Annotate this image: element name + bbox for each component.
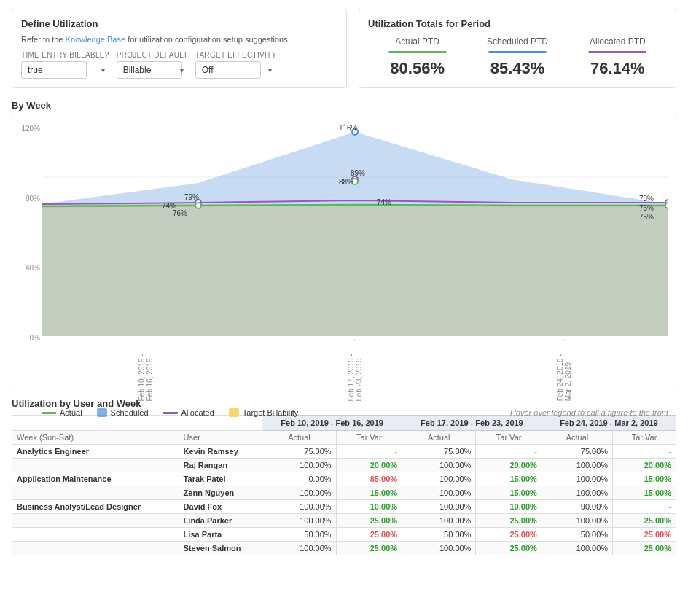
cell-w3-tarvar: 15.00%	[613, 486, 676, 500]
cell-w2-actual: 100.00%	[402, 514, 476, 528]
cell-user: Steven Salmon	[179, 542, 262, 555]
cell-w3-tarvar: 25.00%	[613, 528, 676, 542]
cell-w2-tarvar: 10.00%	[476, 500, 542, 514]
cell-w1-actual: 100.00%	[262, 500, 336, 514]
allocated-ptd-item: Allocated PTD 76.14%	[588, 36, 646, 78]
cell-w1-actual: 100.00%	[262, 486, 336, 500]
totals-grid: Actual PTD 80.56% Scheduled PTD 85.43% A…	[368, 36, 667, 78]
x-label-2: Feb 17, 2019 - Feb 23, 2019	[347, 339, 363, 401]
time-entry-label: TIME ENTRY BILLABLE?	[21, 51, 109, 59]
legend-hint: Hover over legend to call a figure to th…	[510, 408, 668, 417]
utilization-totals-panel: Utilization Totals for Period Actual PTD…	[359, 9, 676, 88]
cell-w2-actual: 100.00%	[402, 486, 476, 500]
chart-label-w1-act: 76%	[173, 209, 187, 217]
scheduled-ptd-value: 85.43%	[487, 59, 548, 78]
col-user-header: User	[179, 431, 262, 445]
time-entry-select[interactable]: true	[21, 61, 87, 79]
scheduled-ptd-item: Scheduled PTD 85.43%	[487, 36, 548, 78]
actual-dot-3	[665, 203, 668, 208]
chart-label-w2-alloc: 89%	[351, 169, 365, 177]
util-note: Refer to the Knowledge Base for utilizat…	[21, 35, 337, 44]
cell-w3-actual: 100.00%	[542, 514, 612, 528]
cell-role	[12, 528, 179, 542]
cell-user: Linda Parker	[179, 514, 262, 528]
table-row: Raj Rangan 100.00% 20.00% 100.00% 20.00%…	[12, 459, 676, 472]
project-default-label: PROJECT DEFAULT	[117, 51, 188, 59]
cell-w2-actual: 100.00%	[402, 500, 476, 514]
col-w3-tarvar-header: Tar Var	[613, 431, 676, 445]
legend-allocated[interactable]: Allocated	[163, 408, 214, 417]
cell-w3-actual: 100.00%	[542, 459, 612, 472]
table-row: Business Analyst/Lead Designer David Fox…	[12, 500, 676, 514]
cell-w3-tarvar: 15.00%	[613, 472, 676, 486]
cell-w3-actual: 100.00%	[542, 542, 612, 555]
table-row: Application Maintenance Tarak Patel 0.00…	[12, 472, 676, 486]
cell-w2-tarvar: -	[476, 445, 542, 459]
by-week-title: By Week	[12, 100, 676, 111]
legend-allocated-line	[163, 412, 178, 414]
cell-w1-tarvar: 20.00%	[336, 459, 402, 472]
cell-w2-actual: 50.00%	[402, 528, 476, 542]
cell-w1-actual: 100.00%	[262, 514, 336, 528]
cell-role	[12, 459, 179, 472]
chart-label-w3-3: 75%	[639, 213, 654, 221]
cell-w1-actual: 0.00%	[262, 472, 336, 486]
cell-role	[12, 514, 179, 528]
legend-target[interactable]: Target Billability	[229, 408, 298, 417]
legend-scheduled-box	[97, 408, 107, 417]
chart-label-w2-act: 88%	[339, 178, 353, 186]
chart-svg: 76% 74% 79% 116% 89% 88% 74% 78% 75% 75%	[42, 125, 668, 336]
cell-role: Analytics Engineer	[12, 445, 179, 459]
target-effectivity-group: TARGET EFFECTIVITY Off	[195, 51, 277, 79]
target-effectivity-label: TARGET EFFECTIVITY	[195, 51, 277, 59]
chart-container: 120% 80% 40% 0%	[12, 117, 676, 386]
utilization-table: Feb 10, 2019 - Feb 16, 2019 Feb 17, 2019…	[12, 415, 676, 555]
time-entry-select-wrap[interactable]: true	[21, 61, 109, 79]
legend-actual[interactable]: Actual	[42, 408, 82, 417]
cell-w2-tarvar: 15.00%	[476, 472, 542, 486]
project-default-select[interactable]: Billable	[117, 61, 182, 79]
knowledge-base-link[interactable]: Knowledge Base	[66, 35, 126, 44]
cell-w3-actual: 50.00%	[542, 528, 612, 542]
scheduled-area	[42, 132, 668, 336]
cell-w2-tarvar: 25.00%	[476, 542, 542, 555]
cell-user: Raj Rangan	[179, 459, 262, 472]
legend-scheduled[interactable]: Scheduled	[97, 408, 149, 417]
cell-w2-tarvar: 15.00%	[476, 486, 542, 500]
target-effectivity-select-wrap[interactable]: Off	[195, 61, 277, 79]
cell-w1-tarvar: 25.00%	[336, 542, 402, 555]
cell-w2-tarvar: 25.00%	[476, 514, 542, 528]
target-effectivity-select[interactable]: Off	[195, 61, 261, 79]
cell-w2-actual: 100.00%	[402, 472, 476, 486]
chart-label-w3-2: 75%	[639, 204, 654, 212]
table-row: Analytics Engineer Kevin Ramsey 75.00% -…	[12, 445, 676, 459]
cell-w3-actual: 100.00%	[542, 472, 612, 486]
col-role-header: Week (Sun-Sat)	[12, 431, 179, 445]
cell-w1-tarvar: 10.00%	[336, 500, 402, 514]
cell-w1-actual: 75.00%	[262, 445, 336, 459]
scheduled-ptd-bar	[488, 51, 547, 53]
cell-w1-tarvar: 25.00%	[336, 514, 402, 528]
col-w1-tarvar-header: Tar Var	[336, 431, 402, 445]
y-axis: 120% 80% 40% 0%	[12, 125, 40, 342]
actual-ptd-label: Actual PTD	[388, 36, 447, 47]
cell-w1-actual: 50.00%	[262, 528, 336, 542]
cell-role: Business Analyst/Lead Designer	[12, 500, 179, 514]
cell-w3-tarvar: 25.00%	[613, 542, 676, 555]
project-default-group: PROJECT DEFAULT Billable	[117, 51, 188, 79]
x-label-3: Feb 24, 2019 - Mar 2, 2019	[556, 339, 572, 401]
cell-w2-actual: 75.00%	[402, 445, 476, 459]
cell-role	[12, 542, 179, 555]
cell-w2-tarvar: 25.00%	[476, 528, 542, 542]
table-row: Linda Parker 100.00% 25.00% 100.00% 25.0…	[12, 514, 676, 528]
dropdowns-row: TIME ENTRY BILLABLE? true PROJECT DEFAUL…	[21, 51, 337, 79]
col-w2-actual-header: Actual	[402, 431, 476, 445]
project-default-select-wrap[interactable]: Billable	[117, 61, 188, 79]
x-label-1: Feb 10, 2019 - Feb 16, 2019	[138, 339, 154, 401]
actual-ptd-bar	[388, 51, 447, 53]
cell-w1-tarvar: 15.00%	[336, 486, 402, 500]
actual-ptd-item: Actual PTD 80.56%	[388, 36, 447, 78]
table-row: Zenn Nguyen 100.00% 15.00% 100.00% 15.00…	[12, 486, 676, 500]
table-row: Lisa Parta 50.00% 25.00% 50.00% 25.00% 5…	[12, 528, 676, 542]
cell-w3-tarvar: 25.00%	[613, 514, 676, 528]
